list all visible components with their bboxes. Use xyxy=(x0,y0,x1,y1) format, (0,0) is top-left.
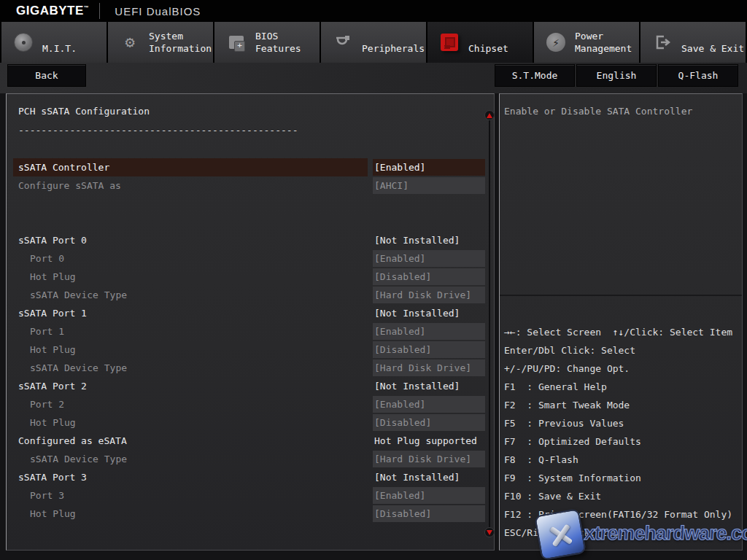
gigabyte-logo: GIGABYTE™ xyxy=(16,4,89,18)
language-button[interactable]: English xyxy=(576,64,657,87)
scroll-down-arrow-icon[interactable] xyxy=(484,527,495,537)
setting-row-ssata-port-2[interactable]: sSATA Port 2 [Not Installed] xyxy=(7,377,494,395)
page-title: PCH sSATA Configuration xyxy=(18,106,150,117)
bios-features-icon xyxy=(226,32,247,52)
peripherals-icon xyxy=(333,32,353,52)
trademark-symbol: ™ xyxy=(84,5,90,10)
title-divider: ----------------------------------------… xyxy=(18,125,298,136)
mit-icon xyxy=(13,32,34,52)
settings-list: sSATA Controller [Enabled] Configure sSA… xyxy=(7,158,494,523)
setting-row-port-1[interactable]: Port 1 [Enabled] xyxy=(7,322,494,341)
setting-row-port-2[interactable]: Port 2 [Enabled] xyxy=(7,395,494,413)
setting-row-ssata-port-0[interactable]: sSATA Port 0 [Not Installed] xyxy=(7,231,494,249)
system-information-icon: ⚙ xyxy=(120,32,140,52)
setting-row-ssata-controller[interactable]: sSATA Controller [Enabled] xyxy=(7,158,494,176)
setting-row-port-3[interactable]: Port 3 [Enabled] xyxy=(7,486,494,505)
q-flash-button[interactable]: Q-Flash xyxy=(658,64,738,87)
legend-f8: F8 : Q-Flash xyxy=(504,451,740,469)
legend-enter-select: Enter/Dbl Click: Select xyxy=(504,341,740,359)
legend-f12: F12 : Print Screen(FAT16/32 Format Only) xyxy=(504,505,740,524)
setting-row-configured-as-esata[interactable]: Configured as eSATA Hot Plug supported xyxy=(7,432,494,450)
tab-peripherals[interactable]: Peripherals xyxy=(321,22,426,63)
tab-mit[interactable]: M.I.T. xyxy=(1,22,107,63)
setting-row-hot-plug-0[interactable]: Hot Plug [Disabled] xyxy=(7,268,494,286)
legend-f10: F10 : Save & Exit xyxy=(504,487,740,505)
legend-f9: F9 : System Information xyxy=(504,469,740,487)
setting-row-hot-plug-1[interactable]: Hot Plug [Disabled] xyxy=(7,341,494,359)
tab-save-exit[interactable]: Save & Exit xyxy=(640,22,746,63)
help-text: Enable or Disable SATA Controller xyxy=(504,106,692,117)
bios-screen: GIGABYTE™ UEFI DualBIOS M.I.T. ⚙ System … xyxy=(0,0,747,560)
product-title: UEFI DualBIOS xyxy=(115,5,201,18)
legend-f1: F1 : General Help xyxy=(504,378,740,396)
setting-row-hot-plug-2[interactable]: Hot Plug [Disabled] xyxy=(7,413,494,432)
setting-row-configure-ssata-as[interactable]: Configure sSATA as [AHCI] xyxy=(7,176,494,195)
legend-f5: F5 : Previous Values xyxy=(504,414,740,432)
setting-row-device-type-2[interactable]: sSATA Device Type [Hard Disk Drive] xyxy=(7,450,494,468)
chipset-icon xyxy=(439,32,460,52)
power-management-icon: ⚡ xyxy=(546,32,566,52)
tab-system-information[interactable]: ⚙ System Information xyxy=(108,22,213,63)
legend-f2: F2 : Smart Tweak Mode xyxy=(504,396,740,414)
tab-power-management[interactable]: ⚡ Power Management xyxy=(534,22,639,63)
rows-spacer xyxy=(7,195,494,231)
tab-bar: M.I.T. ⚙ System Information BIOS Feature… xyxy=(0,22,747,63)
settings-panel: PCH sSATA Configuration ----------------… xyxy=(6,93,495,551)
setting-row-device-type-0[interactable]: sSATA Device Type [Hard Disk Drive] xyxy=(7,286,494,304)
setting-row-ssata-port-1[interactable]: sSATA Port 1 [Not Installed] xyxy=(7,304,494,322)
tab-bios-features[interactable]: BIOS Features xyxy=(214,22,320,63)
tab-chipset[interactable]: Chipset xyxy=(427,22,533,63)
setting-row-device-type-1[interactable]: sSATA Device Type [Hard Disk Drive] xyxy=(7,359,494,377)
back-button[interactable]: Back xyxy=(7,64,86,87)
setting-row-ssata-port-3[interactable]: sSATA Port 3 [Not Installed] xyxy=(7,468,494,486)
help-panel: Enable or Disable SATA Controller →←: Se… xyxy=(499,93,743,551)
save-exit-icon xyxy=(652,32,673,52)
scroll-up-arrow-icon[interactable] xyxy=(484,110,495,120)
topbar-divider xyxy=(99,3,100,19)
legend-change-opt: +/-/PU/PD: Change Opt. xyxy=(504,359,740,378)
legend-select-screen: →←: Select Screen ↑↓/Click: Select Item xyxy=(504,323,740,341)
legend-f7: F7 : Optimized Defaults xyxy=(504,432,740,451)
legend-esc: ESC/Right Click: Exit xyxy=(504,524,740,542)
key-legend: →←: Select Screen ↑↓/Click: Select Item … xyxy=(504,323,740,542)
toolbar-row: Back S.T.Mode English Q-Flash xyxy=(0,63,747,93)
help-section: Enable or Disable SATA Controller xyxy=(500,94,742,296)
st-mode-button[interactable]: S.T.Mode xyxy=(495,64,575,87)
setting-row-hot-plug-3[interactable]: Hot Plug [Disabled] xyxy=(7,505,494,523)
top-bar: GIGABYTE™ UEFI DualBIOS xyxy=(0,0,747,22)
setting-row-port-0[interactable]: Port 0 [Enabled] xyxy=(7,249,494,268)
scrollbar-track[interactable] xyxy=(489,120,490,529)
